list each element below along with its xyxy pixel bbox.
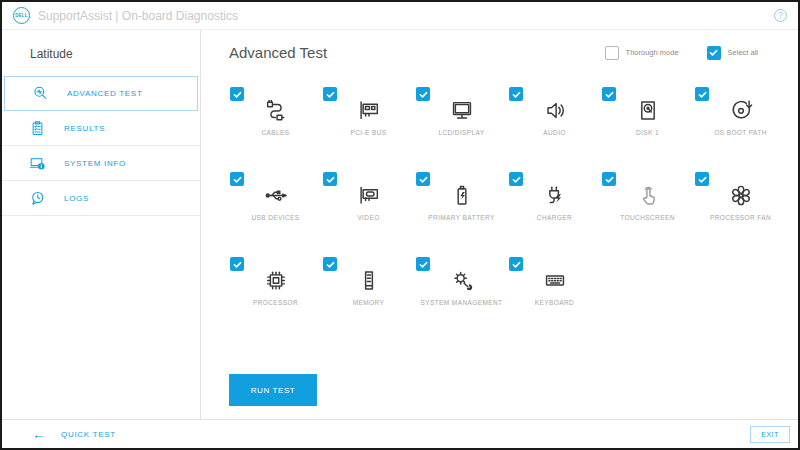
test-checkbox-usb-devices[interactable] xyxy=(230,172,244,186)
sidebar-nav: ADVANCED TESTRESULTSSYSTEM INFOLOGS xyxy=(2,76,200,216)
system-info-icon xyxy=(28,154,47,173)
quick-test-label: QUICK TEST xyxy=(61,430,116,439)
advanced-test-search-icon xyxy=(31,84,50,103)
test-item-usb-devices[interactable]: USB DEVICES xyxy=(229,172,322,257)
test-label: VIDEO xyxy=(357,214,379,221)
test-label: PCI-E BUS xyxy=(350,129,386,136)
test-item-system-management[interactable]: SYSTEM MANAGEMENT xyxy=(415,257,508,342)
app-title: SupportAssist | On-board Diagnostics xyxy=(38,9,238,23)
logs-history-icon xyxy=(28,189,47,208)
sidebar-item-advanced-test[interactable]: ADVANCED TEST xyxy=(4,76,198,111)
test-checkbox-charger[interactable] xyxy=(509,172,523,186)
test-item-charger[interactable]: CHARGER xyxy=(508,172,601,257)
test-checkbox-primary-battery[interactable] xyxy=(416,172,430,186)
test-label: PROCESSOR xyxy=(253,299,298,306)
test-checkbox-processor-fan[interactable] xyxy=(695,172,709,186)
video-card-icon xyxy=(355,182,382,213)
usb-icon xyxy=(262,182,289,213)
audio-speaker-icon xyxy=(541,97,568,128)
sidebar: Latitude ADVANCED TESTRESULTSSYSTEM INFO… xyxy=(2,30,201,419)
test-item-pci-e-bus[interactable]: PCI-E BUS xyxy=(322,87,415,172)
test-item-disk-1[interactable]: DISK 1 xyxy=(601,87,694,172)
test-checkbox-os-boot-path[interactable] xyxy=(695,87,709,101)
test-label: LCD/DISPLAY xyxy=(438,129,484,136)
test-label: SYSTEM MANAGEMENT xyxy=(421,299,503,306)
cables-icon xyxy=(262,97,289,128)
test-item-processor-fan[interactable]: PROCESSOR FAN xyxy=(694,172,787,257)
processor-fan-icon xyxy=(727,182,754,213)
touchscreen-icon xyxy=(634,182,661,213)
body-row: Latitude ADVANCED TESTRESULTSSYSTEM INFO… xyxy=(2,30,798,419)
quick-test-link[interactable]: ← QUICK TEST xyxy=(32,427,116,441)
dell-logo-icon: DELL xyxy=(13,7,30,24)
test-item-audio[interactable]: AUDIO xyxy=(508,87,601,172)
test-label: KEYBOARD xyxy=(535,299,574,306)
battery-icon xyxy=(448,182,475,213)
sidebar-item-system-info[interactable]: SYSTEM INFO xyxy=(2,146,200,181)
help-icon[interactable]: ? xyxy=(774,9,787,22)
test-options: Thorough mode Select all xyxy=(605,46,758,60)
test-label: USB DEVICES xyxy=(251,214,299,221)
test-checkbox-cables[interactable] xyxy=(230,87,244,101)
processor-chip-icon xyxy=(262,267,289,298)
system-management-icon xyxy=(448,267,475,298)
sidebar-item-label: ADVANCED TEST xyxy=(67,89,142,98)
test-checkbox-keyboard[interactable] xyxy=(509,257,523,271)
test-label: OS BOOT PATH xyxy=(714,129,766,136)
memory-icon xyxy=(355,267,382,298)
sidebar-item-logs[interactable]: LOGS xyxy=(2,181,200,216)
sidebar-item-label: LOGS xyxy=(64,194,89,203)
test-label: PRIMARY BATTERY xyxy=(428,214,495,221)
results-clipboard-icon xyxy=(28,119,47,138)
test-checkbox-touchscreen[interactable] xyxy=(602,172,616,186)
keyboard-icon xyxy=(541,267,568,298)
charger-plug-icon xyxy=(541,182,568,213)
sidebar-item-results[interactable]: RESULTS xyxy=(2,111,200,146)
exit-button[interactable]: EXIT xyxy=(750,426,790,443)
test-label: MEMORY xyxy=(353,299,385,306)
test-checkbox-lcd-display[interactable] xyxy=(416,87,430,101)
arrow-left-icon: ← xyxy=(32,427,46,441)
disk-icon xyxy=(634,97,661,128)
device-name: Latitude xyxy=(2,30,200,76)
pcie-bus-icon xyxy=(355,97,382,128)
main-header-row: Advanced Test Thorough mode Select all xyxy=(229,44,798,61)
test-item-touchscreen[interactable]: TOUCHSCREEN xyxy=(601,172,694,257)
test-label: PROCESSOR FAN xyxy=(710,214,771,221)
test-item-keyboard[interactable]: KEYBOARD xyxy=(508,257,601,342)
run-test-button[interactable]: RUN TEST xyxy=(229,374,317,406)
thorough-mode-checkbox[interactable] xyxy=(605,46,619,60)
test-checkbox-system-management[interactable] xyxy=(416,257,430,271)
test-checkbox-audio[interactable] xyxy=(509,87,523,101)
page-title: Advanced Test xyxy=(229,44,327,61)
sidebar-item-label: SYSTEM INFO xyxy=(64,159,126,168)
test-item-memory[interactable]: MEMORY xyxy=(322,257,415,342)
test-item-lcd-display[interactable]: LCD/DISPLAY xyxy=(415,87,508,172)
test-checkbox-processor[interactable] xyxy=(230,257,244,271)
os-boot-path-icon xyxy=(727,97,754,128)
test-checkbox-memory[interactable] xyxy=(323,257,337,271)
main-panel: Advanced Test Thorough mode Select all C… xyxy=(201,30,798,419)
test-grid: CABLESPCI-E BUSLCD/DISPLAYAUDIODISK 1OS … xyxy=(229,87,798,342)
test-label: DISK 1 xyxy=(636,129,659,136)
select-all-option[interactable]: Select all xyxy=(707,46,758,60)
app-window: DELL SupportAssist | On-board Diagnostic… xyxy=(0,0,800,450)
test-label: CHARGER xyxy=(537,214,572,221)
test-item-cables[interactable]: CABLES xyxy=(229,87,322,172)
test-label: AUDIO xyxy=(543,129,566,136)
test-checkbox-disk-1[interactable] xyxy=(602,87,616,101)
titlebar: DELL SupportAssist | On-board Diagnostic… xyxy=(2,2,798,30)
test-checkbox-pci-e-bus[interactable] xyxy=(323,87,337,101)
sidebar-item-label: RESULTS xyxy=(64,124,105,133)
dell-logo-text: DELL xyxy=(15,13,28,18)
test-label: TOUCHSCREEN xyxy=(620,214,674,221)
test-item-video[interactable]: VIDEO xyxy=(322,172,415,257)
test-checkbox-video[interactable] xyxy=(323,172,337,186)
thorough-mode-label: Thorough mode xyxy=(626,48,679,57)
test-item-processor[interactable]: PROCESSOR xyxy=(229,257,322,342)
thorough-mode-option[interactable]: Thorough mode xyxy=(605,46,679,60)
test-label: CABLES xyxy=(261,129,289,136)
test-item-os-boot-path[interactable]: OS BOOT PATH xyxy=(694,87,787,172)
test-item-primary-battery[interactable]: PRIMARY BATTERY xyxy=(415,172,508,257)
select-all-checkbox[interactable] xyxy=(707,46,721,60)
